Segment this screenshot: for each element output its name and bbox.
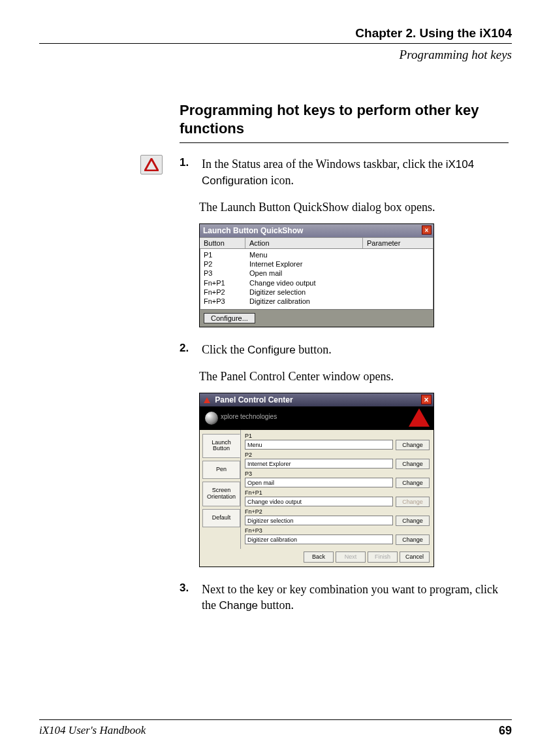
cell-action: Menu xyxy=(249,250,367,259)
cell-button: Fn+P1 xyxy=(204,278,249,288)
step-followup: The Launch Button QuickShow dialog box o… xyxy=(199,201,509,214)
close-button[interactable]: × xyxy=(422,225,432,235)
page-heading: Programming hot keys to perform other ke… xyxy=(180,101,509,137)
tab-launch-button[interactable]: Launch Button xyxy=(202,434,240,459)
table-row[interactable]: P1Menu xyxy=(200,250,433,259)
dialog-titlebar[interactable]: Panel Control Center × xyxy=(200,393,433,406)
change-button[interactable]: Change xyxy=(396,440,430,450)
back-button[interactable]: Back xyxy=(304,551,334,563)
field-value[interactable]: Menu xyxy=(245,440,393,450)
field-label: Fn+P3 xyxy=(245,527,430,534)
next-button: Next xyxy=(336,551,366,563)
page-number: 69 xyxy=(499,724,512,738)
cell-action: Open mail xyxy=(249,269,367,278)
field-value[interactable]: Digitizer selection xyxy=(245,516,393,525)
step-text-a: Click the xyxy=(202,343,247,356)
logo-icon xyxy=(205,412,218,425)
change-button[interactable]: Change xyxy=(396,516,430,526)
step-number: 2. xyxy=(180,342,199,355)
svg-marker-0 xyxy=(145,159,158,171)
warning-icon xyxy=(140,155,163,174)
tab-strip: Launch Button Pen Screen Orientation Def… xyxy=(200,430,240,549)
banner: xplore technologies xyxy=(200,406,433,430)
ui-term: Configure xyxy=(247,344,296,356)
column-header-button[interactable]: Button xyxy=(200,238,245,248)
cell-action: Change video output xyxy=(249,278,367,288)
step-followup: The Panel Control Center window opens. xyxy=(199,370,509,384)
section-subtitle: Programming hot keys xyxy=(39,48,512,62)
step-text-b: button. xyxy=(258,599,294,612)
cell-button: P1 xyxy=(204,250,249,259)
dialog-titlebar[interactable]: Launch Button QuickShow × xyxy=(200,224,433,237)
chapter-title: Chapter 2. Using the iX104 xyxy=(39,26,512,41)
field-label: P2 xyxy=(245,452,430,458)
cancel-button[interactable]: Cancel xyxy=(400,551,430,563)
quickshow-dialog: Launch Button QuickShow × Button Action … xyxy=(199,223,434,327)
tab-pen[interactable]: Pen xyxy=(202,461,240,479)
tab-default[interactable]: Default xyxy=(202,509,240,527)
dialog-footer: Back Next Finish Cancel xyxy=(200,549,433,567)
step-text-b: button. xyxy=(296,343,332,356)
table-body: P1Menu P2Internet Explorer P3Open mail F… xyxy=(200,249,433,309)
cell-button: Fn+P3 xyxy=(204,297,249,306)
cell-button: Fn+P2 xyxy=(204,288,249,297)
dialog-footer: Configure... xyxy=(200,309,433,327)
step-text-a: In the Status area of the Windows taskba… xyxy=(202,157,446,171)
field-value[interactable]: Change video output xyxy=(245,497,393,506)
step-text: Next to the key or key combination you w… xyxy=(202,582,509,614)
table-row[interactable]: Fn+P1Change video output xyxy=(200,278,433,288)
change-button[interactable]: Change xyxy=(396,459,430,469)
field-value[interactable]: Open mail xyxy=(245,478,393,487)
cell-button: P3 xyxy=(204,269,249,278)
footer-divider xyxy=(39,719,512,720)
close-button[interactable]: × xyxy=(421,395,432,404)
change-button[interactable]: Change xyxy=(396,534,430,545)
field-value[interactable]: Digitizer calibration xyxy=(245,534,393,544)
table-row[interactable]: Fn+P2Digitizer selection xyxy=(200,288,433,297)
triangle-icon xyxy=(204,397,210,403)
step-text: Click the Configure button. xyxy=(202,342,509,358)
step-number: 3. xyxy=(180,582,199,595)
field-label: P1 xyxy=(245,433,430,439)
ui-term: Change xyxy=(219,599,259,612)
configure-button[interactable]: Configure... xyxy=(204,313,255,323)
panel-control-center-dialog: Panel Control Center × xplore technologi… xyxy=(199,393,434,567)
cell-button: P2 xyxy=(204,259,249,269)
step-number: 1. xyxy=(180,156,199,169)
footer-doc-title: iX104 User's Handbook xyxy=(39,724,146,738)
table-header-row: Button Action Parameter xyxy=(200,237,433,249)
cell-action: Internet Explorer xyxy=(249,259,367,269)
table-row[interactable]: P2Internet Explorer xyxy=(200,259,433,269)
change-button[interactable]: Change xyxy=(396,478,430,488)
dialog-title: Panel Control Center xyxy=(215,395,292,404)
cell-action: Digitizer selection xyxy=(249,288,367,297)
field-value[interactable]: Internet Explorer xyxy=(245,459,393,468)
finish-button: Finish xyxy=(368,551,398,563)
cell-action: Digitizer calibration xyxy=(249,297,367,306)
dialog-title: Launch Button QuickShow xyxy=(203,226,303,235)
banner-text: xplore technologies xyxy=(221,413,277,420)
form-area: P1MenuChange P2Internet ExplorerChange P… xyxy=(240,430,433,549)
table-row[interactable]: Fn+P3Digitizer calibration xyxy=(200,297,433,306)
field-label: Fn+P1 xyxy=(245,489,430,496)
change-button: Change xyxy=(396,497,430,507)
step-text-b: icon. xyxy=(268,174,294,187)
table-row[interactable]: P3Open mail xyxy=(200,269,433,278)
heading-divider xyxy=(180,142,509,143)
step-text: In the Status area of the Windows taskba… xyxy=(202,156,509,189)
column-header-parameter[interactable]: Parameter xyxy=(363,238,433,248)
field-label: P3 xyxy=(245,470,430,477)
column-header-action[interactable]: Action xyxy=(245,238,363,248)
tab-screen-orientation[interactable]: Screen Orientation xyxy=(202,482,240,506)
field-label: Fn+P2 xyxy=(245,508,430,515)
triangle-icon xyxy=(409,408,430,427)
header-divider xyxy=(39,43,512,44)
